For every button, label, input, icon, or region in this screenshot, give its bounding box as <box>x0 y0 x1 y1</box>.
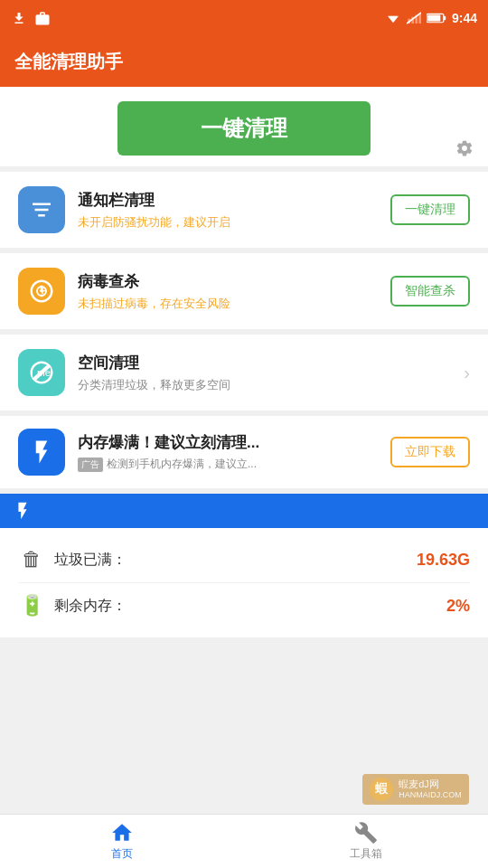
home-nav-label: 首页 <box>111 846 133 862</box>
trash-label: 垃圾已满： <box>54 551 417 570</box>
notification-subtitle: 未开启防骚扰功能，建议开启 <box>78 214 378 231</box>
notification-card: 通知栏清理 未开启防骚扰功能，建议开启 一键清理 <box>0 172 488 248</box>
wifi-icon <box>385 12 401 24</box>
time-display: 9:44 <box>452 11 477 25</box>
space-subtitle: 分类清理垃圾，释放更多空间 <box>78 377 451 393</box>
notification-action: 一键清理 <box>390 194 470 225</box>
notification-icon-bg <box>18 186 65 233</box>
ad-info: 内存爆满！建议立刻清理... 广告 检测到手机内存爆满，建议立... <box>78 432 378 472</box>
virus-icon-bg: + <box>18 268 65 315</box>
memory-icon: 🔋 <box>18 594 45 618</box>
nav-tools[interactable]: 工具箱 <box>244 815 488 868</box>
memory-stat-row: 🔋 剩余内存： 2% <box>18 583 470 628</box>
ad-title: 内存爆满！建议立刻清理... <box>78 432 378 453</box>
tools-icon <box>354 821 378 844</box>
download-icon <box>11 10 27 26</box>
lightning-icon-small <box>13 501 33 521</box>
watermark-inner: 蝦 蝦麦dJ网 HANMAIDJ.COM <box>362 774 469 805</box>
virus-title: 病毒查杀 <box>78 271 378 292</box>
svg-text:pie: pie <box>37 367 51 378</box>
notification-icon <box>28 196 55 223</box>
space-title: 空间清理 <box>78 353 451 373</box>
ad-icon-bg <box>18 429 65 476</box>
ad-subtitle: 检测到手机内存爆满，建议立... <box>107 457 257 472</box>
bottom-nav: 首页 工具箱 <box>0 814 488 868</box>
stats-header <box>0 494 488 528</box>
notification-clean-button[interactable]: 一键清理 <box>390 194 470 225</box>
trash-stat-row: 🗑 垃圾已满： 19.63G <box>18 537 470 583</box>
clean-banner: 一键清理 <box>0 87 488 166</box>
virus-subtitle: 未扫描过病毒，存在安全风险 <box>78 296 378 312</box>
watermark-text: 蝦麦dJ网 HANMAIDJ.COM <box>399 778 462 801</box>
ad-label-badge: 广告 <box>78 458 103 472</box>
ad-download-button[interactable]: 立即下载 <box>390 437 470 467</box>
ad-action: 立即下载 <box>390 437 470 467</box>
signal-icon <box>407 12 421 24</box>
app-title: 全能清理助手 <box>14 50 123 74</box>
virus-card: + 病毒查杀 未扫描过病毒，存在安全风险 智能查杀 <box>0 253 488 329</box>
notification-info: 通知栏清理 未开启防骚扰功能，建议开启 <box>78 190 378 231</box>
status-bar: 9:44 <box>0 0 488 36</box>
watermark: 蝦 蝦麦dJ网 HANMAIDJ.COM <box>343 767 488 812</box>
space-chevron: › <box>464 363 470 383</box>
trash-value: 19.63G <box>417 551 470 570</box>
home-icon <box>110 821 134 844</box>
virus-scan-button[interactable]: 智能查杀 <box>390 276 470 307</box>
one-click-clean-button[interactable]: 一键清理 <box>117 101 371 156</box>
svg-text:+: + <box>40 285 46 297</box>
svg-rect-9 <box>427 14 440 21</box>
memory-value: 2% <box>446 597 470 616</box>
stats-body: 🗑 垃圾已满： 19.63G 🔋 剩余内存： 2% <box>0 528 488 637</box>
briefcase-icon <box>34 10 51 26</box>
notification-title: 通知栏清理 <box>78 190 378 211</box>
space-icon: pie <box>28 359 55 386</box>
svg-rect-8 <box>444 16 446 21</box>
space-icon-bg: pie <box>18 349 65 396</box>
main-content: 一键清理 通知栏清理 未开启防骚扰功能，建议开启 一键清理 + <box>0 87 488 814</box>
virus-action: 智能查杀 <box>390 276 470 307</box>
virus-icon: + <box>28 278 55 305</box>
settings-icon <box>455 139 474 157</box>
watermark-icon: 蝦 <box>370 778 393 801</box>
space-info: 空间清理 分类清理垃圾，释放更多空间 <box>78 353 451 393</box>
virus-info: 病毒查杀 未扫描过病毒，存在安全风险 <box>78 271 378 312</box>
space-card[interactable]: pie 空间清理 分类清理垃圾，释放更多空间 › <box>0 335 488 410</box>
lightning-icon <box>28 439 55 466</box>
trash-icon: 🗑 <box>18 548 45 571</box>
ad-card: 内存爆满！建议立刻清理... 广告 检测到手机内存爆满，建议立... 立即下载 <box>0 416 488 488</box>
nav-home[interactable]: 首页 <box>0 815 244 868</box>
battery-icon <box>427 12 446 24</box>
status-icons <box>11 10 51 26</box>
stats-card: 🗑 垃圾已满： 19.63G 🔋 剩余内存： 2% <box>0 494 488 637</box>
tools-nav-label: 工具箱 <box>350 846 382 862</box>
status-right: 9:44 <box>385 11 477 25</box>
memory-label: 剩余内存： <box>54 597 446 616</box>
title-bar: 全能清理助手 <box>0 36 488 87</box>
